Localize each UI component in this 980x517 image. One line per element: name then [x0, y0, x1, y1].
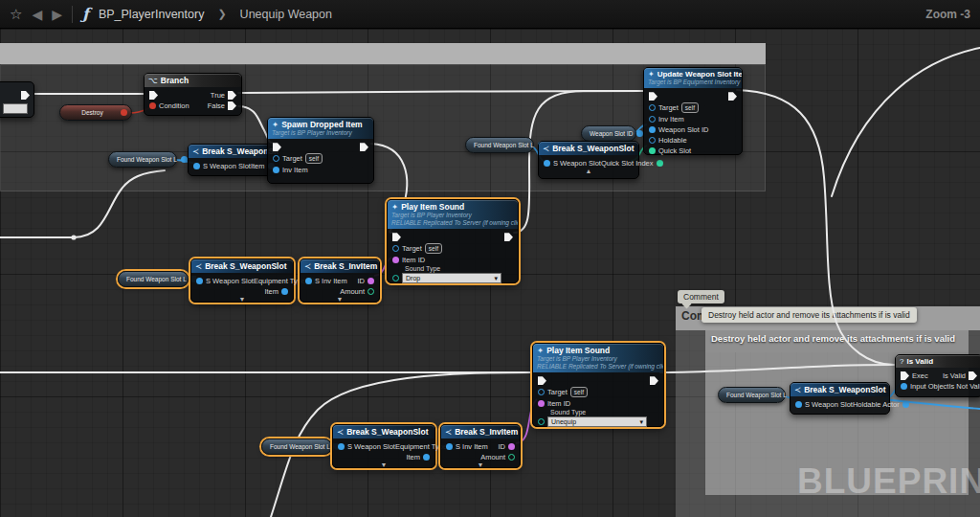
node-spawn-dropped-item[interactable]: ✦Spawn Dropped Item Target is BP Player … [267, 117, 374, 184]
node-break-invitem-1[interactable]: ≺Break S_InvItem S Inv Item ID Amount ▼ [300, 258, 380, 303]
node-break-weaponslot-4[interactable]: ≺Break S_WeaponSlot S Weapon Slot Equipm… [332, 424, 435, 468]
node-play-item-sound-2[interactable]: ✦Play Item Sound Target is BP Player Inv… [532, 343, 664, 427]
favorite-star-icon[interactable]: ☆ [10, 7, 22, 21]
variable-pill-weapon-slot-id[interactable]: Weapon Slot ID [581, 125, 636, 142]
pill-label: Destroy [68, 109, 117, 116]
pill-label: Found Weapon Slot L [126, 276, 187, 282]
expand-arrow[interactable]: ▼ [441, 462, 520, 470]
back-icon[interactable]: ◀ [32, 7, 42, 22]
exec-out-pin[interactable] [504, 233, 513, 241]
node-header[interactable]: ✦Spawn Dropped Item Target is BP Player … [268, 118, 373, 139]
item-id-pin[interactable] [392, 257, 399, 263]
exec-in-pin[interactable] [392, 233, 401, 241]
condition-pin[interactable] [149, 102, 156, 109]
node-break-weaponslot-1[interactable]: ≺Break S_WeaponSlot S Weapon Slot Item [188, 144, 279, 176]
breadcrumb-root[interactable]: BP_PlayerInventory [99, 8, 204, 21]
node-header[interactable]: ≺Break S_WeaponSlot [539, 142, 638, 155]
node-header[interactable]: ✦Play Item Sound Target is BP Player Inv… [533, 344, 663, 372]
node-header[interactable]: ≺Break S_WeaponSlot [791, 383, 889, 396]
exec-in-pin[interactable] [273, 143, 281, 151]
holdable-pin[interactable] [649, 137, 656, 144]
graph-canvas[interactable]: Comment Destroy held actor and remove it… [0, 29, 980, 517]
node-header[interactable]: ?Is Valid [896, 355, 980, 368]
node-break-invitem-2[interactable]: ≺Break S_InvItem S Inv Item ID Amount ▼ [440, 424, 521, 468]
node-play-item-sound-1[interactable]: ✦Play Item Sound Target is BP Player Inv… [387, 199, 519, 283]
item-out-pin[interactable] [281, 288, 288, 295]
exec-true-pin[interactable] [228, 91, 236, 100]
target-pin[interactable] [538, 389, 545, 395]
variable-pill-found-weapon-slot-1[interactable]: Found Weapon Slot L [108, 151, 177, 168]
node-header[interactable]: ≺Break S_InvItem [441, 425, 520, 438]
holdable-actor-pin[interactable] [902, 401, 909, 408]
sound-type-pin[interactable] [392, 275, 399, 281]
item-id-pin[interactable] [538, 400, 545, 407]
exec-in-pin[interactable] [538, 376, 546, 385]
item-out-pin[interactable] [423, 454, 430, 461]
struct-out-pin[interactable] [181, 156, 188, 163]
expand-arrow[interactable]: ▼ [301, 297, 379, 304]
target-pin[interactable] [392, 245, 399, 252]
exec-out-pin[interactable] [650, 376, 658, 385]
s-weapon-slot-pin[interactable] [193, 163, 200, 169]
forward-icon[interactable]: ▶ [52, 7, 62, 22]
weapon-slot-id-pin[interactable] [649, 126, 656, 133]
node-break-weaponslot-5[interactable]: ≺Break S_WeaponSlot S Weapon Slot Holdab… [790, 382, 890, 415]
inv-item-pin[interactable] [649, 116, 656, 123]
node-update-weapon-slot-item[interactable]: ✦Update Weapon Slot Item Target is BP Eq… [643, 67, 743, 155]
expand-arrow[interactable]: ▼ [191, 297, 293, 304]
comment-top-header[interactable] [0, 43, 766, 64]
s-weapon-slot-pin[interactable] [544, 160, 550, 167]
node-header[interactable]: ≺Break S_WeaponSlot [189, 145, 278, 158]
input-object-pin[interactable] [901, 383, 907, 390]
sound-type-pin[interactable] [538, 418, 545, 425]
is-valid-exec-pin[interactable] [969, 371, 977, 380]
dropdown-stub[interactable] [3, 103, 28, 114]
target-pin[interactable] [273, 155, 279, 162]
node-header[interactable]: ≺Break S_WeaponSlot [333, 425, 434, 438]
breadcrumb-current[interactable]: Unequip Weapon [240, 8, 332, 21]
node-break-weaponslot-2[interactable]: ≺Break S_WeaponSlot S Weapon Slot Quick … [538, 141, 639, 179]
target-pin[interactable] [649, 104, 656, 111]
exec-out-pin[interactable] [728, 92, 737, 101]
exec-out-pin[interactable] [21, 91, 30, 100]
exec-in-pin[interactable] [901, 371, 909, 380]
id-out-pin[interactable] [508, 443, 515, 450]
bool-out-pin[interactable] [121, 109, 127, 116]
amount-out-pin[interactable] [508, 454, 515, 461]
node-header[interactable]: ⌥Branch [145, 74, 241, 87]
s-weapon-slot-pin[interactable] [196, 278, 203, 284]
node-is-valid[interactable]: ?Is Valid Exec Is Valid Input Object Is … [895, 354, 980, 397]
exec-out-pin[interactable] [360, 143, 368, 151]
node-header[interactable]: ✦Play Item Sound Target is BP Player Inv… [388, 200, 518, 229]
self-chip: self [305, 153, 323, 164]
s-weapon-slot-pin[interactable] [338, 443, 345, 450]
variable-pill-found-weapon-slot-2[interactable]: Found Weapon Slot L [465, 137, 534, 153]
variable-pill-destroy[interactable]: Destroy [59, 104, 132, 121]
collapse-arrow[interactable]: ▲ [539, 169, 638, 176]
quick-slot-index-pin[interactable] [657, 160, 663, 167]
variable-pill-found-weapon-slot-3[interactable]: Found Weapon Slot L [118, 271, 189, 287]
inv-item-pin[interactable] [273, 167, 279, 173]
variable-pill-found-weapon-slot-5[interactable]: Found Weapon Slot L [718, 387, 786, 403]
node-offscreen-left[interactable] [0, 81, 34, 118]
node-branch[interactable]: ⌥Branch True Condition False [144, 73, 242, 116]
node-header[interactable]: ≺Break S_WeaponSlot [191, 259, 293, 273]
s-weapon-slot-pin[interactable] [795, 401, 802, 408]
exec-false-pin[interactable] [228, 101, 236, 110]
s-inv-item-pin[interactable] [446, 443, 453, 450]
id-out-pin[interactable] [368, 278, 374, 284]
comment-inner-header[interactable]: Destroy held actor and remove its attach… [705, 330, 969, 352]
function-icon: ✦ [391, 202, 398, 212]
variable-pill-found-weapon-slot-4[interactable]: Found Weapon Slot L [261, 438, 332, 455]
sound-type-dropdown[interactable]: Drop ▾ [402, 273, 501, 283]
node-header[interactable]: ✦Update Weapon Slot Item Target is BP Eq… [644, 68, 742, 88]
exec-in-pin[interactable] [149, 91, 158, 100]
expand-arrow[interactable]: ▼ [333, 462, 434, 470]
s-inv-item-pin[interactable] [305, 278, 312, 284]
node-break-weaponslot-3[interactable]: ≺Break S_WeaponSlot S Weapon Slot Equipm… [190, 258, 294, 303]
sound-type-dropdown[interactable]: Unequip ▾ [547, 416, 647, 427]
quick-slot-pin[interactable] [649, 147, 656, 154]
exec-in-pin[interactable] [649, 92, 657, 101]
amount-out-pin[interactable] [368, 288, 374, 295]
node-header[interactable]: ≺Break S_InvItem [301, 259, 379, 273]
